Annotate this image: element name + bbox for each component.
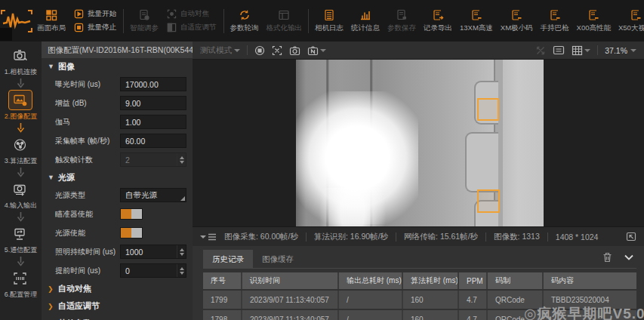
format-output-button[interactable]: 格式化输出 bbox=[263, 0, 307, 42]
cell-algo-ms: 160 bbox=[403, 291, 459, 309]
status-separator bbox=[396, 232, 396, 242]
param-poll-button[interactable]: 参数轮询 bbox=[226, 0, 263, 42]
status-network: 网络传输: 15.61帧/秒 bbox=[404, 232, 478, 242]
config-row: 照明持续时间 (us) 1000 bbox=[42, 242, 193, 261]
light-type-value: 自带光源 bbox=[125, 190, 157, 201]
stats-info-label: 统计信息 bbox=[351, 23, 380, 33]
viewer-status-bar: 图像采集: 60.00帧/秒 算法识别: 16.90帧/秒 网络传输: 15.6… bbox=[193, 226, 644, 246]
section-image[interactable]: ▼ 图像 bbox=[42, 58, 193, 75]
preset-handheld-button[interactable]: 手持巴枪 bbox=[537, 0, 573, 42]
popout-button[interactable] bbox=[626, 232, 636, 242]
param-save-label: 参数保存 bbox=[387, 23, 416, 33]
stats-info-button[interactable]: 统计信息 bbox=[347, 0, 384, 42]
grid-view-button[interactable] bbox=[572, 45, 590, 56]
section-light[interactable]: ▼ 光源 bbox=[42, 169, 193, 186]
toolbar-separator bbox=[247, 45, 248, 55]
smart-tune-button[interactable]: 智能调参 bbox=[126, 0, 162, 42]
illum-duration-value: 1000 bbox=[125, 248, 143, 257]
batch-stop-label: 批量停止 bbox=[88, 23, 116, 32]
preset-x50-fov-button[interactable]: X50大视野 bbox=[615, 0, 644, 42]
sidebar-label: 3.算法配置 bbox=[5, 156, 38, 166]
preset-13xm-highspeed-button[interactable]: 13XM高速 bbox=[456, 0, 497, 42]
clear-history-button[interactable] bbox=[602, 252, 612, 263]
batch-stop-button[interactable]: 批量停止 bbox=[74, 23, 116, 32]
flow-arrow-icon bbox=[17, 212, 25, 222]
sidebar-label: 6.配置管理 bbox=[5, 290, 38, 300]
col-ppm: PPM bbox=[459, 272, 488, 289]
flow-arrow-icon bbox=[17, 257, 25, 266]
tab-image-cache[interactable]: 图像缓存 bbox=[253, 250, 303, 268]
section-light-label: 光源 bbox=[58, 172, 75, 183]
section-autofocus[interactable]: ❯ 自动对焦 bbox=[42, 280, 193, 297]
gain-input[interactable]: 9.00 bbox=[120, 96, 186, 110]
screen-layout-label: 画面布局 bbox=[37, 23, 66, 33]
section-other-params[interactable]: ❯ 其他参数 bbox=[42, 315, 193, 320]
tab-history[interactable]: 历史记录 bbox=[203, 250, 253, 268]
viewer-toolbar-right: 37.1% bbox=[535, 45, 636, 56]
illumination-duration-input[interactable]: 1000 bbox=[120, 245, 186, 259]
crosshair-icon bbox=[272, 45, 282, 56]
col-time: 识别时间 bbox=[242, 272, 339, 289]
illum-duration-label: 照明持续时间 (us) bbox=[55, 247, 120, 257]
aimer-enable-label: 瞄准器使能 bbox=[55, 209, 120, 220]
test-mode-label: 测试模式 bbox=[200, 45, 232, 56]
screen-layout-button[interactable]: 画面布局 bbox=[33, 0, 69, 42]
move-arrows-icon bbox=[535, 45, 546, 56]
collapse-tile[interactable] bbox=[0, 28, 12, 41]
status-menu-button[interactable] bbox=[200, 233, 217, 241]
fit-window-button[interactable] bbox=[553, 45, 565, 55]
test-mode-select[interactable]: 测试模式 bbox=[200, 45, 240, 56]
param-save-button[interactable]: 参数保存 bbox=[384, 0, 420, 42]
camera-image[interactable] bbox=[296, 60, 544, 226]
cell-time: 2023/9/07 11:13:40:057 bbox=[242, 310, 339, 320]
roi-box[interactable] bbox=[477, 98, 499, 121]
roi-box[interactable] bbox=[477, 189, 500, 213]
collapse-panel-button[interactable] bbox=[624, 254, 633, 260]
trigger-frame-count-input[interactable]: 2 bbox=[120, 152, 186, 167]
crosshair-button[interactable] bbox=[272, 45, 282, 56]
aimer-enable-toggle[interactable] bbox=[120, 208, 143, 220]
sidebar-item-input-output[interactable]: 4.输入输出 bbox=[5, 179, 38, 211]
snapshot-button[interactable] bbox=[289, 45, 300, 56]
gamma-input[interactable]: 1.00 bbox=[120, 115, 186, 129]
config-row: 光源类型 自带光源 bbox=[42, 186, 193, 205]
spinner-control[interactable] bbox=[177, 245, 186, 258]
advance-time-input[interactable]: 0 bbox=[120, 263, 186, 278]
flow-arrow-icon bbox=[17, 168, 25, 177]
sidebar-item-image-config[interactable]: 2.图像配置 bbox=[5, 90, 38, 122]
main-toolbar: 画面布局 批量开始 批量停止 bbox=[0, 0, 644, 42]
cell-total-ms: / bbox=[339, 291, 403, 309]
continuous-capture-button[interactable] bbox=[307, 45, 326, 56]
log-document-icon bbox=[323, 9, 335, 21]
preset-xm-tinycode-button[interactable]: XM极小码 bbox=[497, 0, 537, 42]
auto-focus-button[interactable]: 自动对焦 bbox=[167, 9, 217, 19]
frame-rate-input[interactable]: 60.00 bbox=[120, 134, 186, 148]
camera-n-icon bbox=[307, 45, 319, 56]
sidebar-item-camera-connect[interactable]: 1.相机连接 bbox=[5, 45, 38, 77]
camera-log-button[interactable]: 相机日志 bbox=[311, 0, 347, 42]
section-adaptive[interactable]: ❯ 自适应调节 bbox=[42, 297, 193, 315]
preset-handheld-label: 手持巴枪 bbox=[541, 23, 569, 33]
spinner-control[interactable] bbox=[177, 153, 186, 166]
exposure-value: 17000.00 bbox=[125, 80, 159, 89]
light-enable-toggle[interactable] bbox=[120, 227, 143, 238]
comm-monitor-icon bbox=[8, 223, 32, 244]
sidebar-item-comm-config[interactable]: 5.通信配置 bbox=[5, 223, 38, 255]
exposure-time-input[interactable]: 17000.00 bbox=[120, 77, 186, 91]
param-poll-label: 参数轮询 bbox=[230, 23, 259, 33]
trigger-once-button[interactable] bbox=[254, 45, 265, 56]
spinner-control[interactable] bbox=[177, 264, 186, 277]
zoom-level-select[interactable]: 37.1% bbox=[605, 46, 636, 55]
light-type-select[interactable]: 自带光源 bbox=[120, 188, 186, 202]
history-tabs: 历史记录 图像缓存 bbox=[203, 249, 636, 269]
mvs-id-reader-window: 画面布局 批量开始 批量停止 bbox=[0, 0, 644, 320]
table-header-row: 序号 识别时间 输出总耗时 (ms) 算法耗时 (ms) PPM 码制 码内容 bbox=[203, 272, 636, 289]
adaptive-adjust-button[interactable]: 自适应调节 bbox=[167, 23, 217, 32]
preset-x00-performance-button[interactable]: X00高性能 bbox=[573, 0, 615, 42]
sidebar-item-config-manage[interactable]: 6.配置管理 bbox=[5, 268, 38, 300]
pan-move-button[interactable] bbox=[535, 45, 546, 56]
record-export-button[interactable]: 记录导出 bbox=[420, 0, 456, 42]
batch-start-button[interactable]: 批量开始 bbox=[74, 9, 116, 19]
sidebar-item-algorithm-config[interactable]: 3.算法配置 bbox=[5, 134, 38, 166]
trigger-count-label: 触发帧计数 bbox=[55, 155, 120, 165]
